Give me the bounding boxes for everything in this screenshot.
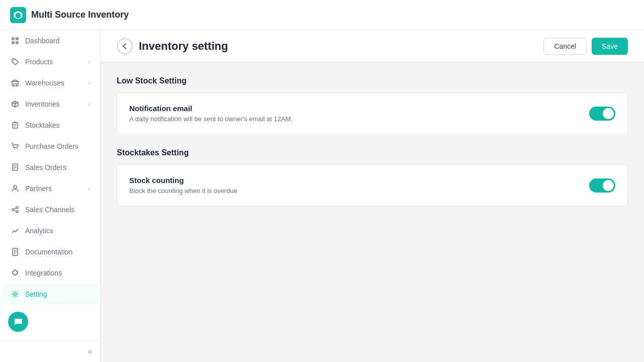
- svg-point-27: [14, 293, 17, 296]
- svg-point-6: [13, 60, 14, 61]
- top-header: Multi Source Inventory: [0, 0, 644, 30]
- sidebar-label-stocktakes: Stocktakes: [25, 121, 59, 129]
- svg-point-11: [14, 148, 15, 149]
- svg-line-22: [14, 210, 16, 211]
- tag-icon: [10, 57, 20, 67]
- content-area: Inventory setting Cancel Save Low Stock …: [101, 30, 644, 362]
- sidebar-item-documentation[interactable]: Documentation: [2, 242, 98, 262]
- chevron-right-icon: ›: [88, 186, 90, 192]
- chart-icon: [10, 226, 20, 236]
- sidebar-item-purchase-orders[interactable]: Purchase Orders: [2, 136, 98, 156]
- low-stock-section: Low Stock Setting Notification email A d…: [117, 76, 628, 134]
- chevron-right-icon: ›: [88, 101, 90, 107]
- sidebar-item-partners[interactable]: Partners ›: [2, 178, 98, 199]
- svg-rect-5: [16, 41, 19, 44]
- chat-bubble-button[interactable]: [8, 312, 28, 332]
- chevron-right-icon: ›: [88, 80, 90, 86]
- chevron-right-icon: ›: [88, 59, 90, 65]
- sidebar-item-sales-channels[interactable]: Sales Channels: [2, 200, 98, 220]
- sidebar-label-warehouses: Warehouses: [25, 79, 64, 87]
- sidebar-item-dashboard[interactable]: Dashboard: [2, 31, 98, 51]
- sidebar-label-documentation: Documentation: [25, 248, 72, 256]
- save-button[interactable]: Save: [592, 38, 628, 55]
- page-header-bar: Inventory setting Cancel Save: [101, 30, 644, 62]
- main-layout: Dashboard Products › Warehouses › Invent…: [0, 30, 644, 362]
- notification-email-desc: A daily notification will be sent to own…: [129, 115, 293, 123]
- svg-rect-4: [12, 41, 15, 44]
- stock-counting-card: Stock counting Block the counting when i…: [117, 164, 628, 206]
- cancel-button[interactable]: Cancel: [543, 38, 587, 55]
- notification-email-text: Notification email A daily notification …: [129, 104, 293, 123]
- building-icon: [10, 78, 20, 88]
- svg-point-17: [14, 186, 17, 189]
- sidebar-label-sales-channels: Sales Channels: [25, 206, 74, 214]
- svg-rect-8: [13, 123, 18, 128]
- cart-icon: [10, 141, 20, 151]
- sidebar-item-sales-orders[interactable]: Sales Orders: [2, 157, 98, 177]
- sidebar: Dashboard Products › Warehouses › Invent…: [0, 30, 101, 362]
- stock-counting-desc: Block the counting when it is overdue: [129, 187, 237, 195]
- app-logo-icon: [10, 7, 26, 23]
- sidebar-label-partners: Partners: [25, 185, 52, 193]
- grid-icon: [10, 36, 20, 46]
- sidebar-collapse-button[interactable]: «: [0, 340, 100, 362]
- receipt-icon: [10, 162, 20, 172]
- sidebar-item-integrations[interactable]: Integrations: [2, 263, 98, 283]
- sidebar-label-purchase-orders: Purchase Orders: [25, 142, 78, 150]
- person-icon: [10, 184, 20, 194]
- cube-icon: [10, 99, 20, 109]
- sidebar-item-setting[interactable]: Setting: [2, 284, 98, 304]
- stock-counting-toggle[interactable]: [589, 178, 615, 193]
- gear-icon: [10, 289, 20, 299]
- page-header-left: Inventory setting: [117, 38, 228, 54]
- page-title: Inventory setting: [139, 40, 228, 53]
- svg-rect-3: [16, 37, 19, 40]
- clipboard-icon: [10, 120, 20, 130]
- back-button[interactable]: [117, 38, 133, 54]
- sidebar-label-products: Products: [25, 58, 53, 66]
- channel-icon: [10, 205, 20, 215]
- sidebar-label-analytics: Analytics: [25, 227, 53, 235]
- sidebar-label-integrations: Integrations: [25, 269, 62, 277]
- notification-email-card: Notification email A daily notification …: [117, 93, 628, 134]
- collapse-icon: «: [88, 347, 92, 356]
- page-header-actions: Cancel Save: [543, 38, 628, 55]
- svg-point-18: [12, 209, 14, 211]
- stock-counting-text: Stock counting Block the counting when i…: [129, 176, 237, 195]
- sidebar-label-setting: Setting: [25, 290, 47, 298]
- sidebar-label-inventories: Inventories: [25, 100, 59, 108]
- app-title: Multi Source Inventory: [31, 10, 129, 20]
- svg-line-21: [14, 208, 16, 209]
- sidebar-item-analytics[interactable]: Analytics: [2, 221, 98, 241]
- svg-point-19: [16, 207, 18, 209]
- sidebar-item-stocktakes[interactable]: Stocktakes: [2, 115, 98, 135]
- svg-point-12: [17, 148, 18, 149]
- stocktakes-section: Stocktakes Setting Stock counting Block …: [117, 148, 628, 206]
- svg-point-20: [16, 211, 18, 213]
- puzzle-icon: [10, 268, 20, 278]
- sidebar-item-inventories[interactable]: Inventories ›: [2, 94, 98, 114]
- settings-content: Low Stock Setting Notification email A d…: [101, 62, 644, 234]
- doc-icon: [10, 247, 20, 257]
- sidebar-label-dashboard: Dashboard: [25, 37, 60, 45]
- sidebar-item-warehouses[interactable]: Warehouses ›: [2, 73, 98, 93]
- stocktakes-section-title: Stocktakes Setting: [117, 148, 628, 157]
- notification-email-toggle[interactable]: [589, 107, 615, 121]
- sidebar-label-sales-orders: Sales Orders: [25, 163, 66, 171]
- sidebar-item-products[interactable]: Products ›: [2, 52, 98, 72]
- stock-counting-label: Stock counting: [129, 176, 237, 185]
- svg-rect-2: [12, 37, 15, 40]
- notification-email-label: Notification email: [129, 104, 293, 113]
- low-stock-section-title: Low Stock Setting: [117, 76, 628, 85]
